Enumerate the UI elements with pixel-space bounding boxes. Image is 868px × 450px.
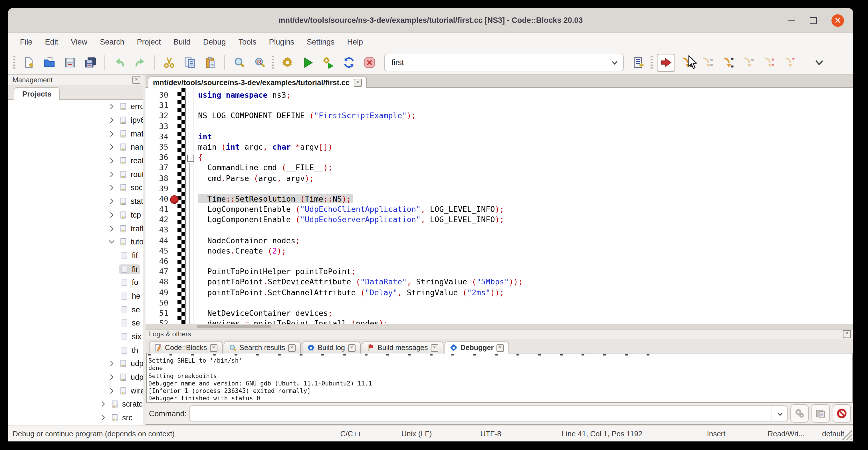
logs-tab-build-messages[interactable]: Build messages× — [362, 341, 443, 354]
abort-button[interactable] — [360, 53, 378, 72]
undo-button[interactable] — [110, 53, 128, 72]
logs-tab-search-results[interactable]: Search results× — [223, 341, 301, 354]
logs-tab-debugger[interactable]: Debugger× — [444, 341, 509, 354]
close-icon[interactable]: × — [288, 344, 295, 352]
gears-button[interactable] — [790, 404, 809, 423]
tree-item-six[interactable]: six — [8, 330, 143, 343]
replace-button[interactable]: R — [251, 53, 269, 72]
chevron-right-icon[interactable] — [108, 171, 115, 178]
tree-item-se[interactable]: se — [8, 317, 143, 330]
menu-debug[interactable]: Debug — [197, 35, 232, 49]
chevron-right-icon[interactable] — [108, 225, 115, 232]
tab-projects[interactable]: Projects — [14, 87, 60, 100]
maximize-button[interactable] — [810, 17, 817, 24]
run-button[interactable] — [299, 53, 317, 72]
stop-button[interactable] — [833, 404, 851, 423]
redo-button[interactable] — [131, 53, 149, 72]
find-button[interactable] — [230, 53, 248, 72]
logs-tab-code--blocks[interactable]: Code::Blocks× — [149, 341, 222, 354]
tree-item-tuto[interactable]: tuto — [8, 235, 143, 249]
paste-button[interactable] — [201, 53, 219, 72]
toolbar-overflow-button[interactable] — [810, 53, 828, 72]
menu-edit[interactable]: Edit — [39, 35, 65, 49]
menu-help[interactable]: Help — [341, 35, 370, 49]
chevron-down-icon[interactable] — [611, 59, 619, 66]
cut-button[interactable] — [160, 53, 178, 72]
menu-settings[interactable]: Settings — [301, 35, 341, 49]
minimize-button[interactable] — [788, 20, 795, 21]
next-instruction-button[interactable] — [760, 53, 778, 72]
build-target-options-button[interactable] — [629, 53, 648, 72]
save-all-button[interactable] — [81, 53, 99, 72]
tree-item-rout[interactable]: rout — [8, 168, 143, 181]
build-button[interactable] — [278, 53, 296, 72]
chevron-right-icon[interactable] — [108, 360, 115, 367]
copy-gray-button[interactable] — [811, 404, 830, 423]
chevron-down-icon[interactable] — [108, 238, 115, 245]
tree-item-nam[interactable]: nam — [8, 141, 143, 154]
close-icon[interactable]: × — [353, 79, 362, 87]
close-icon[interactable]: × — [348, 344, 355, 352]
close-icon[interactable]: × — [210, 344, 217, 352]
chevron-right-icon[interactable] — [108, 144, 115, 151]
tree-item-th[interactable]: th — [8, 343, 143, 357]
build-target-select[interactable]: first — [384, 54, 624, 71]
tree-item-fif[interactable]: fif — [8, 249, 143, 262]
chevron-right-icon[interactable] — [108, 157, 115, 164]
tree-item-trafl[interactable]: trafl — [8, 221, 143, 235]
tree-item-se[interactable]: se — [8, 303, 143, 317]
fold-toggle[interactable]: – — [187, 155, 194, 161]
menu-tools[interactable]: Tools — [232, 35, 262, 49]
scrollbar-thumb[interactable] — [197, 325, 271, 328]
horizontal-scrollbar[interactable] — [146, 324, 853, 329]
menu-build[interactable]: Build — [167, 35, 197, 49]
tree-item-tcp[interactable]: tcp — [8, 208, 143, 221]
open-file-button[interactable] — [40, 53, 58, 72]
command-input[interactable] — [190, 406, 772, 421]
step-into-button[interactable] — [718, 53, 737, 72]
chevron-right-icon[interactable] — [108, 103, 115, 111]
chevron-right-icon[interactable] — [108, 130, 115, 137]
tree-item-he[interactable]: he — [8, 289, 143, 303]
close-icon[interactable]: × — [431, 344, 438, 352]
menu-search[interactable]: Search — [94, 35, 131, 49]
menu-project[interactable]: Project — [131, 35, 167, 49]
step-out-button[interactable] — [739, 53, 757, 72]
tree-item-stat[interactable]: stat — [8, 195, 143, 208]
close-button[interactable]: ✕ — [832, 14, 844, 27]
tree-item-sock[interactable]: sock — [8, 181, 143, 194]
tree-item-src[interactable]: src — [8, 411, 143, 425]
build-and-run-button[interactable] — [319, 53, 337, 72]
tree-item-wire[interactable]: wire — [8, 384, 143, 397]
tree-item-fo[interactable]: fo — [8, 276, 143, 289]
tree-item-scratch[interactable]: scratch — [8, 397, 143, 411]
save-button[interactable] — [61, 53, 79, 72]
chevron-down-icon[interactable] — [772, 406, 787, 421]
chevron-right-icon[interactable] — [108, 211, 115, 219]
chevron-right-icon[interactable] — [108, 184, 115, 191]
close-icon[interactable]: × — [496, 344, 504, 352]
tree-item-ipv6[interactable]: ipv6 — [8, 113, 143, 127]
debug-continue-button[interactable] — [657, 53, 675, 72]
tree-item-udp[interactable]: udp — [8, 357, 143, 370]
menu-file[interactable]: File — [14, 35, 39, 49]
tree-item-reall[interactable]: reall — [8, 154, 143, 168]
editor-tab-first-cc[interactable]: mnt/dev/tools/source/ns-3-dev/examples/t… — [148, 77, 367, 88]
menu-view[interactable]: View — [64, 35, 94, 49]
chevron-right-icon[interactable] — [108, 198, 115, 205]
tree-item-fir[interactable]: fir — [8, 262, 143, 276]
new-file-button[interactable] — [20, 53, 38, 72]
rebuild-button[interactable] — [340, 53, 358, 72]
chevron-right-icon[interactable] — [108, 373, 115, 381]
step-into-instruction-button[interactable] — [780, 53, 798, 72]
next-line-button[interactable] — [698, 53, 716, 72]
chevron-right-icon[interactable] — [108, 117, 115, 124]
logs-tab-build-log[interactable]: Build log× — [302, 341, 361, 354]
breakpoint-marker[interactable] — [170, 195, 179, 204]
copy-button[interactable] — [180, 53, 198, 72]
panel-splitter[interactable] — [143, 75, 146, 425]
code-editor[interactable]: 30using namespace ns3;3132NS_LOG_COMPONE… — [146, 88, 853, 324]
close-icon[interactable]: × — [132, 76, 141, 84]
menu-plugins[interactable]: Plugins — [262, 35, 301, 49]
chevron-right-icon[interactable] — [99, 400, 107, 408]
